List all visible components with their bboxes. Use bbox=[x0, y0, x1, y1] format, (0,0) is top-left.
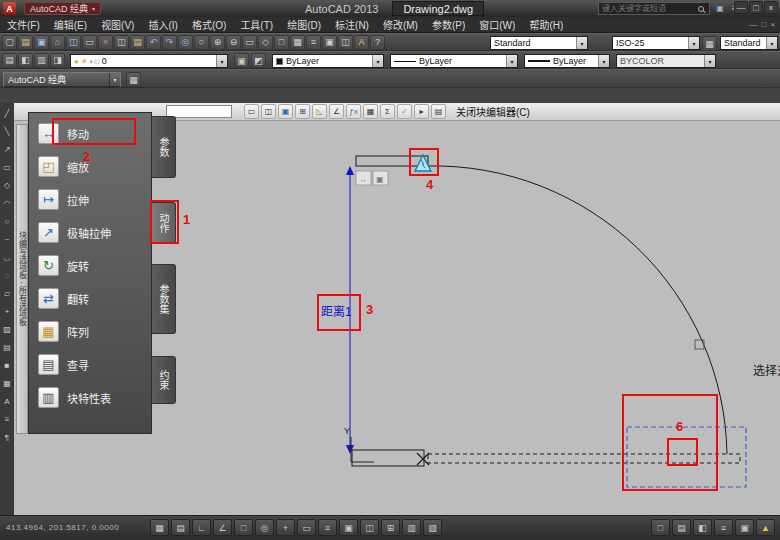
menu-item[interactable]: 工具(T) bbox=[233, 17, 280, 33]
draw-tool-icon[interactable]: ╱ bbox=[1, 106, 13, 121]
block-editor-icon[interactable]: ▣ bbox=[278, 104, 293, 119]
block-editor-icon[interactable]: ▦ bbox=[363, 104, 378, 119]
draw-tool-icon[interactable]: ◌ bbox=[1, 268, 13, 283]
toolbar-icon[interactable]: ⊖ bbox=[226, 35, 241, 50]
block-editor-icon[interactable]: ▤ bbox=[431, 104, 446, 119]
draw-tool-icon[interactable]: ▦ bbox=[1, 376, 13, 391]
dim-style-combo[interactable]: ISO-25 ▾ bbox=[612, 36, 700, 50]
help-search[interactable] bbox=[598, 2, 710, 15]
toolbar-icon[interactable]: ○ bbox=[194, 35, 209, 50]
layer-extra-icon[interactable]: ◩ bbox=[251, 53, 266, 68]
draw-tool-icon[interactable]: ▨ bbox=[1, 322, 13, 337]
doc-close-button[interactable]: × bbox=[770, 20, 775, 29]
layer-combo[interactable]: ●☀▪■ 0 ▾ bbox=[70, 54, 228, 68]
workspace-combo[interactable]: AutoCAD 经典 ▾ bbox=[3, 72, 121, 87]
toolbar-icon[interactable]: ? bbox=[370, 35, 385, 50]
menu-item[interactable]: 绘图(D) bbox=[280, 17, 328, 33]
draw-tool-icon[interactable]: ≡ bbox=[1, 412, 13, 427]
draw-tool-icon[interactable]: ◡ bbox=[1, 250, 13, 265]
menu-item[interactable]: 视图(V) bbox=[94, 17, 141, 33]
minimize-button[interactable]: — bbox=[734, 1, 748, 14]
toolbar-icon[interactable]: ↶ bbox=[146, 35, 161, 50]
help-search-input[interactable] bbox=[599, 4, 698, 13]
menu-item[interactable]: 文件(F) bbox=[0, 17, 47, 33]
block-editor-icon[interactable]: ∠ bbox=[329, 104, 344, 119]
block-editor-icon[interactable]: ▸ bbox=[414, 104, 429, 119]
toolbar-icon[interactable]: ▤ bbox=[18, 35, 33, 50]
menu-item[interactable]: 格式(O) bbox=[185, 17, 233, 33]
block-editor-icon[interactable]: ◺ bbox=[312, 104, 327, 119]
draw-tool-icon[interactable]: ╲ bbox=[1, 124, 13, 139]
draw-tool-icon[interactable]: ■ bbox=[1, 358, 13, 373]
status-toggle-button[interactable]: ⊞ bbox=[381, 519, 400, 536]
status-toggle-button[interactable]: ≡ bbox=[318, 519, 337, 536]
toolbar-icon[interactable]: ▤ bbox=[130, 35, 145, 50]
block-editor-icon[interactable]: Σ bbox=[380, 104, 395, 119]
toolbar-icon[interactable]: ▦ bbox=[290, 35, 305, 50]
draw-tool-icon[interactable]: ◠ bbox=[1, 196, 13, 211]
status-toggle-button[interactable]: + bbox=[276, 519, 295, 536]
layer-tool-icon[interactable]: ▥ bbox=[34, 53, 49, 68]
text-style-combo[interactable]: Standard ▾ bbox=[490, 36, 588, 50]
toolbar-icon[interactable]: ▣ bbox=[34, 35, 49, 50]
toolbar-icon[interactable]: ⌂ bbox=[50, 35, 65, 50]
palette-title-strip[interactable]: 块编写选项板 - 所有选项板 bbox=[16, 124, 28, 434]
lineweight-combo[interactable]: ByLayer ▾ bbox=[524, 54, 610, 68]
menu-item[interactable]: 参数(P) bbox=[425, 17, 472, 33]
palette-item[interactable]: ↗ 极轴拉伸 bbox=[29, 216, 151, 249]
layer-tool-icon[interactable]: ◨ bbox=[50, 53, 65, 68]
close-block-editor-button[interactable]: 关闭块编辑器(C) bbox=[456, 104, 530, 119]
palette-item[interactable]: ↦ 拉伸 bbox=[29, 183, 151, 216]
palette-item[interactable]: ▤ 查寻 bbox=[29, 348, 151, 381]
status-right-button[interactable]: ◧ bbox=[693, 519, 712, 536]
menu-item[interactable]: 窗口(W) bbox=[472, 17, 522, 33]
palette-item[interactable]: ▦ 阵列 bbox=[29, 315, 151, 348]
toolbar-icon[interactable]: ▢ bbox=[2, 35, 17, 50]
toolbar-icon[interactable]: A bbox=[354, 35, 369, 50]
toolbar-icon[interactable]: ⊕ bbox=[210, 35, 225, 50]
status-toggle-button[interactable]: ▤ bbox=[171, 519, 190, 536]
status-right-button[interactable]: ≡ bbox=[714, 519, 733, 536]
toolbar-icon[interactable]: ↷ bbox=[162, 35, 177, 50]
palette-tab[interactable]: 约束 bbox=[152, 356, 176, 404]
linetype-combo[interactable]: ByLayer ▾ bbox=[390, 54, 518, 68]
workspace-settings-icon[interactable]: ▦ bbox=[126, 72, 141, 87]
palette-tab[interactable]: 参数 bbox=[152, 116, 176, 178]
status-toggle-button[interactable]: ▦ bbox=[150, 519, 169, 536]
workspace-switcher[interactable]: AutoCAD 经典 ▾ bbox=[24, 2, 101, 15]
palette-item[interactable]: ◰ 缩放 bbox=[29, 150, 151, 183]
status-toggle-button[interactable]: ◎ bbox=[255, 519, 274, 536]
layer-tool-icon[interactable]: ▤ bbox=[2, 53, 17, 68]
maximize-button[interactable]: □ bbox=[749, 1, 763, 14]
menu-item[interactable]: 帮助(H) bbox=[522, 17, 570, 33]
draw-tool-icon[interactable]: + bbox=[1, 304, 13, 319]
status-toggle-button[interactable]: ◫ bbox=[360, 519, 379, 536]
toolbar-icon[interactable]: × bbox=[98, 35, 113, 50]
palette-item[interactable]: ↔ 移动 bbox=[29, 117, 151, 150]
table-style-icon[interactable]: ▦ bbox=[702, 36, 717, 51]
status-toggle-button[interactable]: ▨ bbox=[423, 519, 442, 536]
palette-tab[interactable]: 动作 bbox=[152, 202, 176, 244]
search-icon[interactable] bbox=[698, 6, 704, 12]
draw-tool-icon[interactable]: ○ bbox=[1, 214, 13, 229]
block-editor-icon[interactable]: ⊞ bbox=[295, 104, 310, 119]
block-editor-icon[interactable]: ▭ bbox=[244, 104, 259, 119]
status-right-button[interactable]: □ bbox=[651, 519, 670, 536]
menu-item[interactable]: 编辑(E) bbox=[47, 17, 94, 33]
block-editor-icon[interactable]: ƒx bbox=[346, 104, 361, 119]
draw-tool-icon[interactable]: ¶ bbox=[1, 430, 13, 445]
block-editor-icon[interactable]: ✓ bbox=[397, 104, 412, 119]
palette-item[interactable]: ↻ 旋转 bbox=[29, 249, 151, 282]
draw-tool-icon[interactable]: ▤ bbox=[1, 340, 13, 355]
table-style-combo[interactable]: Standard ▾ bbox=[720, 36, 778, 50]
doc-minimize-button[interactable]: — bbox=[749, 20, 757, 29]
color-combo[interactable]: ByLayer ▾ bbox=[272, 54, 384, 68]
status-toggle-button[interactable]: ∟ bbox=[192, 519, 211, 536]
status-toggle-button[interactable]: □ bbox=[234, 519, 253, 536]
draw-tool-icon[interactable]: ▱ bbox=[1, 286, 13, 301]
layer-extra-icon[interactable]: ▣ bbox=[234, 53, 249, 68]
layer-tool-icon[interactable]: ◧ bbox=[18, 53, 33, 68]
toolbar-icon[interactable]: ▭ bbox=[82, 35, 97, 50]
status-toggle-button[interactable]: ▥ bbox=[402, 519, 421, 536]
draw-tool-icon[interactable]: ~ bbox=[1, 232, 13, 247]
